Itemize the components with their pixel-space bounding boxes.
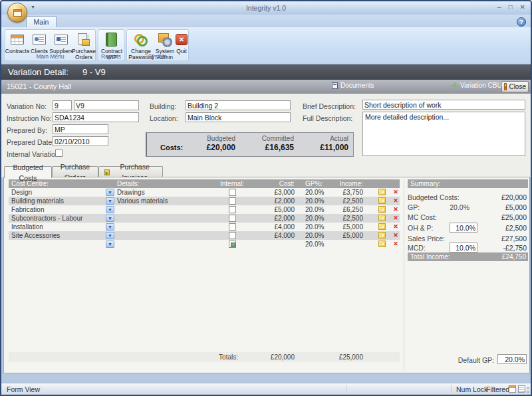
cost-centre-cell[interactable]: Subcontractors - Labour — [11, 214, 103, 223]
note-icon[interactable] — [378, 223, 386, 230]
default-gp-input[interactable] — [497, 354, 527, 364]
cost-cell[interactable]: £3,000 — [253, 188, 295, 197]
contracts-button[interactable]: Contracts — [6, 32, 29, 54]
cost-centre-dropdown-icon[interactable]: ▼ — [106, 197, 114, 205]
delete-row-icon[interactable]: ✕ — [392, 214, 400, 223]
cost-centre-dropdown-icon[interactable]: ▼ — [106, 189, 114, 196]
purchase-orders-icon — [76, 32, 92, 48]
delete-row-icon[interactable]: ✕ — [392, 223, 400, 231]
resize-grip[interactable] — [522, 386, 530, 394]
tab-purchase-orders[interactable]: Purchase Orders — [52, 166, 98, 177]
summary-label: MCD: — [408, 244, 426, 252]
quick-access-dropdown-icon[interactable]: ▼ — [31, 5, 35, 9]
num-lock-indicator: Num Lock — [456, 385, 487, 393]
income-cell: £2,500 — [322, 197, 363, 205]
cost-row-new: ▼ 20.0% ✕ — [9, 240, 400, 248]
variation-code-input[interactable] — [74, 100, 139, 110]
internal-checkbox[interactable] — [229, 206, 236, 213]
delete-row-icon[interactable]: ✕ — [392, 231, 400, 240]
prepared-by-input[interactable] — [53, 124, 108, 134]
cost-centre-cell[interactable]: Site Accessories — [11, 231, 103, 240]
variation-cbu-icon — [451, 82, 458, 89]
income-cell: £3,750 — [322, 188, 363, 197]
title-bar: Integrity v1.0 – □ ✕ — [1, 1, 531, 15]
cost-centre-dropdown-icon[interactable]: ▼ — [106, 215, 114, 222]
status-divider — [346, 385, 346, 393]
tab-purchase-invoices[interactable]: Purchase Invoices — [98, 166, 163, 177]
note-icon[interactable] — [378, 241, 386, 247]
office-button-icon[interactable] — [7, 3, 27, 23]
header-internal: Internal: — [220, 179, 244, 188]
building-input[interactable] — [186, 100, 291, 110]
full-description-input[interactable]: More detailed description... — [362, 112, 525, 156]
internal-variation-checkbox[interactable] — [55, 149, 63, 157]
cost-row: Site Accessories ▼ £4,000 20.0% £5,000 ✕ — [9, 231, 400, 240]
status-divider — [451, 385, 452, 393]
brief-description-input[interactable] — [362, 100, 525, 110]
summary-label: OH & P: — [408, 224, 434, 232]
actual-cost-value: £11,000 — [302, 143, 348, 152]
minimize-button[interactable]: – — [497, 3, 501, 11]
income-cell: £5,000 — [322, 223, 363, 231]
cost-centre-cell[interactable]: Fabrication — [11, 205, 103, 214]
internal-checkbox[interactable] — [229, 197, 236, 205]
cost-centre-cell[interactable]: Building materials — [11, 197, 103, 205]
totals-row: Totals: £20,000 £25,000 — [9, 352, 400, 362]
cost-centre-dropdown-icon[interactable]: ▼ — [106, 206, 114, 213]
internal-checkbox[interactable] — [229, 215, 236, 222]
internal-checkbox[interactable] — [229, 223, 236, 231]
note-icon[interactable] — [378, 189, 386, 195]
full-description-label: Full Description: — [303, 114, 352, 122]
cost-centre-dropdown-icon[interactable]: ▼ — [106, 232, 114, 239]
summary-header: Summary: — [408, 179, 528, 188]
note-icon[interactable] — [378, 206, 386, 213]
form-view-icon[interactable] — [509, 385, 516, 393]
cost-cell[interactable]: £2,000 — [253, 214, 295, 223]
delete-row-icon[interactable]: ✕ — [392, 188, 400, 197]
building-label: Building: — [150, 102, 176, 110]
maximize-button[interactable]: □ — [509, 3, 513, 11]
delete-row-icon[interactable]: ✕ — [392, 197, 400, 205]
prepared-by-label: Prepared By: — [7, 126, 47, 134]
internal-variation-label: Internal Variation: — [7, 150, 61, 158]
location-input[interactable] — [186, 112, 291, 122]
suppliers-button[interactable]: Suppliers — [50, 32, 72, 54]
delete-row-icon[interactable]: ✕ — [392, 240, 400, 248]
filtered-indicator[interactable]: Filtered — [486, 385, 509, 393]
instruction-no-input[interactable] — [53, 112, 139, 122]
cost-centre-cell[interactable]: Design — [11, 188, 103, 197]
close-button[interactable]: Close — [501, 81, 529, 92]
cost-cell[interactable]: £4,000 — [253, 231, 295, 240]
totals-cost: £20,000 — [253, 352, 295, 362]
gp-cell[interactable]: 20.0% — [305, 240, 328, 248]
note-icon[interactable] — [378, 215, 386, 221]
summary-row: GP: 20.0% £5,000 — [408, 203, 528, 212]
details-cell[interactable]: Various materials — [117, 197, 223, 205]
contract-name: 15021 - County Hall — [7, 82, 71, 90]
cost-cell[interactable]: £4,000 — [253, 223, 295, 231]
variation-no-input[interactable] — [53, 100, 72, 110]
delete-row-icon[interactable]: ✕ — [392, 205, 400, 214]
details-cell[interactable]: Drawings — [117, 188, 223, 197]
internal-checkbox[interactable] — [229, 232, 236, 239]
cost-centre-dropdown-icon[interactable]: ▼ — [106, 223, 114, 231]
prepared-date-input[interactable] — [53, 136, 108, 146]
cost-cell[interactable]: £2,000 — [253, 197, 295, 205]
quit-button[interactable]: ✕ Quit — [174, 32, 190, 54]
note-icon[interactable] — [378, 197, 386, 204]
window-close-button[interactable]: ✕ — [520, 3, 525, 11]
ribbon-tab-main[interactable]: Main — [26, 16, 57, 27]
clients-button[interactable]: Clients — [29, 32, 50, 54]
tab-budgeted-costs[interactable]: Budgeted Costs — [4, 166, 52, 178]
cost-centre-dropdown-icon[interactable]: ▼ — [106, 241, 114, 248]
variation-cbu-button[interactable]: Variation CBU — [451, 82, 502, 89]
internal-checkbox[interactable] — [229, 241, 236, 248]
internal-checkbox[interactable] — [229, 189, 236, 196]
cost-centre-cell[interactable]: Installation — [11, 223, 103, 231]
summary-label: MC Cost: — [408, 213, 437, 221]
cost-cell[interactable]: £5,000 — [253, 205, 295, 214]
note-icon[interactable] — [378, 232, 386, 239]
committed-cost-value: £16,635 — [247, 143, 294, 152]
documents-button[interactable]: Documents — [332, 82, 374, 89]
help-icon[interactable]: ? — [517, 17, 526, 27]
